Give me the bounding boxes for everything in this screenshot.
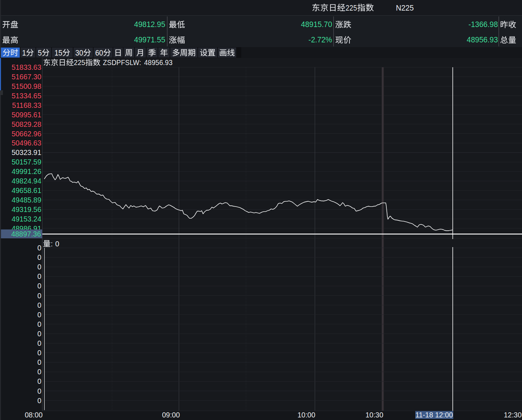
svg-text:49824.94: 49824.94	[12, 177, 41, 185]
svg-text:51334.65: 51334.65	[12, 92, 41, 100]
svg-text:49971.55: 49971.55	[134, 35, 165, 44]
svg-text:0: 0	[37, 358, 41, 366]
svg-text:0: 0	[37, 263, 41, 271]
svg-text:0: 0	[37, 397, 41, 405]
svg-text:50496.63: 50496.63	[12, 139, 41, 147]
svg-text:49991.26: 49991.26	[12, 167, 41, 175]
svg-text:48897.36: 48897.36	[11, 230, 41, 238]
svg-text:49658.61: 49658.61	[12, 186, 41, 194]
svg-text:-1366.98: -1366.98	[468, 20, 498, 29]
svg-text:5: 5	[38, 48, 42, 57]
svg-text:50662.96: 50662.96	[12, 130, 41, 138]
svg-text:50157.59: 50157.59	[12, 158, 41, 166]
svg-text:1: 1	[22, 48, 26, 57]
svg-text:49319.56: 49319.56	[12, 205, 41, 213]
svg-text:51667.30: 51667.30	[12, 73, 41, 81]
svg-text:60: 60	[95, 48, 103, 57]
svg-text:51168.33: 51168.33	[12, 101, 41, 109]
svg-text:0: 0	[37, 301, 41, 309]
svg-text:0: 0	[37, 311, 41, 319]
svg-text:15: 15	[54, 48, 63, 57]
svg-text:10:00: 10:00	[298, 411, 315, 419]
svg-text:N225: N225	[396, 3, 414, 12]
svg-text:09:00: 09:00	[162, 411, 180, 419]
svg-text:50995.61: 50995.61	[12, 111, 41, 119]
svg-text:0: 0	[37, 339, 41, 347]
svg-text:48956.93: 48956.93	[144, 58, 173, 67]
svg-text:225: 225	[74, 58, 85, 67]
svg-text:0: 0	[37, 320, 41, 328]
svg-text:0: 0	[37, 387, 41, 395]
svg-text:0: 0	[37, 272, 41, 280]
svg-text:49812.95: 49812.95	[134, 20, 165, 29]
svg-text:10:30: 10:30	[366, 411, 383, 419]
svg-text::: :	[51, 239, 53, 248]
svg-text:50323.91: 50323.91	[12, 148, 41, 156]
svg-text:ZSDPFSLW:: ZSDPFSLW:	[103, 58, 141, 67]
svg-text:48915.70: 48915.70	[301, 20, 332, 29]
svg-text:0: 0	[37, 368, 41, 376]
svg-text:08:00: 08:00	[25, 411, 43, 419]
svg-text:49485.89: 49485.89	[12, 196, 41, 204]
svg-text:0: 0	[37, 349, 41, 357]
svg-text:0: 0	[37, 282, 41, 290]
svg-text:0: 0	[37, 253, 41, 261]
svg-text:12:30: 12:30	[504, 411, 522, 419]
svg-text:51833.63: 51833.63	[12, 63, 41, 71]
svg-text:11-18 12:00: 11-18 12:00	[415, 411, 453, 419]
svg-text:51500.98: 51500.98	[12, 82, 41, 90]
svg-text:225: 225	[345, 3, 357, 12]
svg-text:-2.72%: -2.72%	[309, 35, 332, 44]
svg-text:49153.24: 49153.24	[12, 215, 41, 223]
svg-text:50829.28: 50829.28	[12, 120, 41, 128]
svg-text:0: 0	[37, 377, 41, 385]
svg-text:0: 0	[37, 244, 41, 252]
svg-text:0: 0	[55, 239, 59, 248]
svg-text:0: 0	[37, 292, 41, 300]
svg-text:0: 0	[37, 330, 41, 338]
svg-text:30: 30	[75, 48, 83, 57]
svg-text:48956.93: 48956.93	[467, 35, 498, 44]
